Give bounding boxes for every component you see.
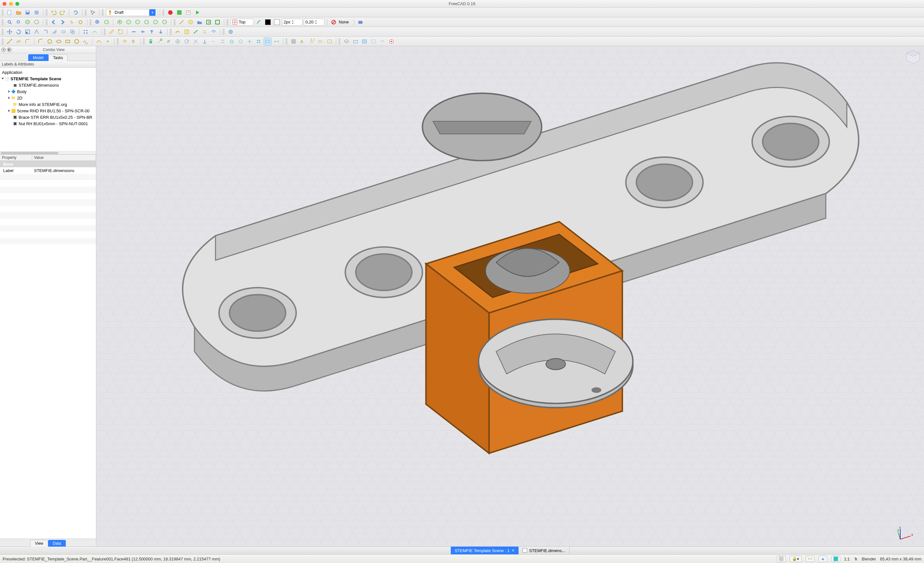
status-dimensions-button[interactable] (806, 555, 814, 562)
flip-dimension-button[interactable] (201, 28, 208, 36)
tab-model[interactable]: Model (28, 54, 48, 61)
brush-button[interactable] (255, 18, 263, 26)
tab-view[interactable]: View (30, 540, 48, 546)
no-style-button[interactable] (330, 18, 338, 26)
workbench-selector[interactable]: Draft ▾ (106, 9, 157, 16)
view-rear-button[interactable] (143, 18, 150, 26)
snap-endpoint-button[interactable] (156, 38, 164, 45)
measure-distance-button[interactable] (178, 18, 186, 26)
draft-to-sketch-button[interactable] (183, 28, 190, 36)
draft-bspline-button[interactable] (82, 38, 90, 45)
toolbar-gripper[interactable] (143, 38, 145, 45)
link-actions-button[interactable] (214, 18, 221, 26)
tree-item[interactable]: 🔷Body (0, 88, 96, 95)
snap-grid-button[interactable] (255, 38, 262, 45)
link-all-button[interactable] (76, 18, 84, 26)
draft-bezier-button[interactable] (95, 38, 103, 45)
disclosure-icon[interactable] (8, 90, 10, 93)
properties-table[interactable]: Base LabelSTEMFIE.dimensions (0, 161, 96, 539)
panel-close-button[interactable]: ✕ (1, 48, 6, 52)
macro-stop-button[interactable] (176, 9, 183, 17)
macro-list-button[interactable] (184, 9, 192, 17)
macro-play-button[interactable] (194, 9, 201, 17)
toolbar-gripper[interactable] (174, 19, 176, 26)
precision-input[interactable]: 0,20 ▲▼ (304, 19, 324, 26)
part-button[interactable] (187, 18, 194, 26)
view-right-button[interactable] (134, 18, 141, 26)
toolbar-gripper[interactable] (46, 19, 48, 26)
subelement-button[interactable] (117, 28, 124, 36)
tree-item[interactable]: 🔳Nut RH BU01x5mm - SPN-NUT-0001 (0, 120, 96, 127)
draft-circle-button[interactable] (46, 38, 54, 45)
isometric-view-button[interactable] (24, 18, 32, 26)
text-button[interactable]: A (299, 38, 306, 45)
draft-ellipse-button[interactable] (55, 38, 63, 45)
trimex-tool-button[interactable] (51, 28, 58, 36)
toggle-display-button[interactable] (361, 38, 368, 45)
window-close-button[interactable] (3, 2, 6, 6)
tree-item[interactable]: ▦STEMFIE.dimensions (0, 82, 96, 88)
panel-detach-button[interactable]: ◧ (7, 48, 12, 52)
view-bottom-button[interactable] (152, 18, 159, 26)
snap-special-button[interactable] (228, 38, 236, 45)
toolbar-gripper[interactable] (2, 38, 4, 45)
downgrade-tool-button[interactable] (157, 28, 165, 36)
view-menu-button[interactable] (33, 18, 40, 26)
model-tree[interactable]: Application 📄 STEMFIE Template Scene ▦ST… (0, 68, 96, 151)
color-black-swatch[interactable] (264, 18, 272, 26)
toolbar-gripper[interactable] (46, 9, 48, 16)
draft-facebinder-button[interactable] (121, 38, 129, 45)
array-path-button[interactable] (91, 28, 99, 36)
redo-button[interactable] (59, 9, 66, 17)
dimension-button[interactable]: 1.0 (308, 38, 315, 45)
snap-dimensions-button[interactable] (273, 38, 280, 45)
navigation-cube[interactable] (903, 48, 923, 67)
slope-button[interactable] (192, 28, 200, 36)
heal-red-button[interactable] (388, 38, 395, 45)
color-fill-swatch[interactable] (273, 18, 281, 26)
label-button[interactable] (316, 38, 324, 45)
toolbar-gripper[interactable] (223, 29, 225, 35)
property-group-base[interactable]: Base (0, 161, 96, 167)
snap-perpendicular-button[interactable] (201, 38, 208, 45)
status-snap-button[interactable]: 🔒 ▾ (790, 555, 802, 562)
autogroup-button[interactable] (357, 18, 364, 26)
snap-angle-button[interactable] (183, 38, 190, 45)
scale-tool-button[interactable] (24, 28, 32, 36)
join-tool-button[interactable] (130, 28, 138, 36)
array-ortho-button[interactable] (82, 28, 90, 36)
toolbar-gripper[interactable] (102, 9, 104, 16)
draft-point-button[interactable] (104, 38, 112, 45)
move-tool-button[interactable] (6, 28, 14, 36)
clone-tool-button[interactable] (69, 28, 76, 36)
toolbar-gripper[interactable] (90, 19, 92, 26)
linewidth-input[interactable]: 2px ▲▼ (282, 19, 303, 26)
snap-midpoint-button[interactable] (165, 38, 172, 45)
toolbar-gripper[interactable] (227, 19, 229, 26)
add-construction-button[interactable] (370, 38, 377, 45)
whats-this-button[interactable] (89, 9, 97, 17)
mirror-tool-button[interactable] (33, 28, 40, 36)
tree-item[interactable]: 📁More info at STEMFIE.org (0, 101, 96, 108)
toolbar-gripper[interactable] (170, 29, 172, 35)
zoom-selection-button[interactable] (15, 18, 22, 26)
tree-item[interactable]: 📁2D (0, 95, 96, 101)
toolbar-gripper[interactable] (117, 38, 119, 45)
zoom-fit-button[interactable] (6, 18, 14, 26)
edit-tool-button[interactable] (108, 28, 116, 36)
working-plane-proxy-button[interactable] (352, 38, 359, 45)
draft-line-button[interactable] (6, 38, 14, 45)
link-make-button[interactable] (205, 18, 212, 26)
save-as-button[interactable] (33, 9, 40, 17)
window-maximize-button[interactable] (15, 2, 19, 6)
view-top-button[interactable] (125, 18, 132, 26)
tree-horizontal-scrollbar[interactable] (0, 151, 96, 155)
new-file-button[interactable] (6, 9, 14, 17)
snap-near-button[interactable] (237, 38, 244, 45)
doctab-scene[interactable]: STEMFIE Template Scene : 1 ✕ (451, 546, 519, 554)
status-navstyle[interactable]: Blender (862, 557, 876, 561)
annotation-style-button[interactable] (326, 38, 333, 45)
shape2dview-button[interactable] (210, 28, 218, 36)
open-file-button[interactable] (15, 9, 22, 17)
toolbar-gripper[interactable] (104, 29, 106, 35)
